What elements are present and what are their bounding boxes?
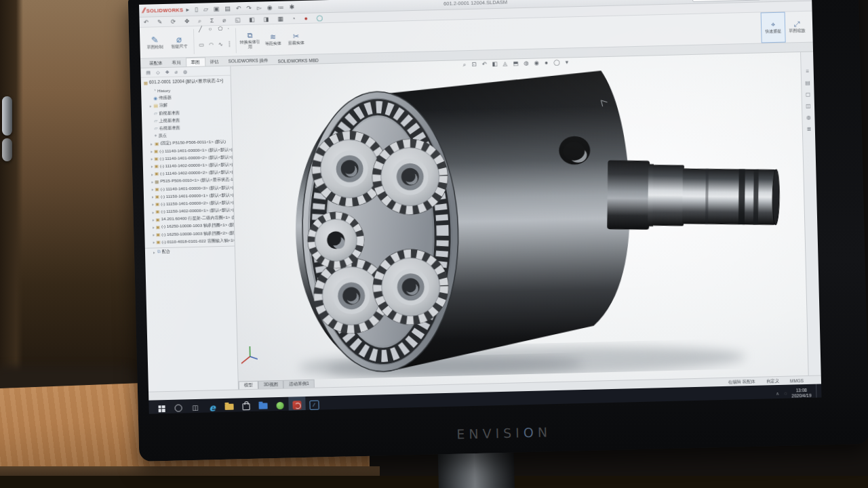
redo-icon[interactable]: ↷	[246, 5, 252, 11]
expander-icon[interactable]: ▸	[151, 165, 153, 169]
taskbar-work-folder-icon[interactable]	[254, 397, 272, 413]
taskbar-cortana-search-icon[interactable]	[170, 399, 187, 413]
taskbar-task-view-icon[interactable]: ◫	[186, 399, 204, 414]
file-properties-icon[interactable]: ≔	[278, 4, 284, 10]
rotate-view-icon[interactable]: ⟳	[171, 18, 176, 24]
taskbar-start-icon[interactable]	[153, 400, 170, 414]
taskbar-green-app-icon[interactable]	[271, 397, 289, 414]
file-explorer-icon[interactable]: ▢	[806, 92, 811, 98]
undo-icon[interactable]: ↶	[236, 5, 241, 12]
expander-icon[interactable]: ▸	[152, 187, 154, 191]
expander-icon[interactable]: ▸	[153, 233, 155, 237]
graphics-viewport[interactable]: ⌕⊡↶◧◬⬒◍◉●◯▾	[231, 52, 808, 389]
line-tool-icon[interactable]: ╱	[199, 26, 204, 41]
expander-icon[interactable]: ▸	[150, 104, 153, 108]
ribbon-tab[interactable]: 草图	[185, 58, 205, 67]
expander-icon[interactable]: ▸	[152, 210, 154, 214]
tray-chevron-icon[interactable]: ∧	[776, 390, 779, 396]
expander-icon[interactable]: ▸	[153, 225, 155, 229]
circle-tool-icon[interactable]: ○	[208, 26, 214, 41]
zoom-fit-icon[interactable]: ⌕	[463, 62, 467, 68]
dynamic-annotation-icon[interactable]: ◬	[503, 61, 508, 67]
zoom-icon[interactable]: ⌕	[198, 18, 201, 24]
ribbon-tab[interactable]: SOLIDWORKS 插件	[223, 56, 273, 66]
propertymanager-tab-icon[interactable]: ◇	[156, 70, 160, 75]
taskbar-clock[interactable]: 13:08 2020/4/19	[791, 387, 811, 399]
ribbon-tab[interactable]: 布局	[167, 58, 186, 67]
command-big-button[interactable]: ⌀智能尺寸	[167, 26, 192, 58]
sketch-icon[interactable]: ✎	[157, 19, 162, 25]
undo-icon[interactable]: ↶	[144, 19, 149, 25]
print-icon[interactable]: ▤	[224, 5, 231, 12]
taskbar-edge-icon[interactable]: e	[203, 399, 221, 414]
zoom-area-icon[interactable]: ⊡	[471, 62, 476, 68]
expander-icon[interactable]: ▸	[152, 203, 154, 207]
gearbox-3d-model[interactable]	[231, 52, 808, 381]
options-icon[interactable]: ✱	[290, 4, 295, 10]
taskbar-code-app-icon[interactable]: /	[305, 396, 323, 413]
equations-icon[interactable]: Σ	[210, 18, 214, 24]
assembly-visualization-icon[interactable]: ▦	[277, 16, 283, 22]
taskbar-store-icon[interactable]	[237, 398, 255, 414]
point-tool-icon[interactable]: ·	[227, 26, 231, 41]
custom-properties-icon[interactable]: ≣	[806, 126, 811, 132]
taskbar-solidworks-icon[interactable]	[288, 396, 306, 414]
interference-detection-icon[interactable]: ◨	[263, 16, 269, 22]
rectangle-tool-icon[interactable]: ▭	[199, 42, 204, 57]
expander-icon[interactable]: ▸	[151, 150, 153, 154]
select-icon[interactable]: ▻	[257, 5, 262, 11]
polygon-tool-icon[interactable]: ⬠	[218, 26, 222, 41]
ribbon-tab[interactable]: 装配体	[144, 59, 167, 68]
expander-icon[interactable]: ▸	[153, 250, 156, 254]
dimxpertmanager-tab-icon[interactable]: ⌀	[175, 69, 178, 75]
section-view-icon[interactable]: ◧	[249, 16, 254, 22]
command-right-button[interactable]: ⤢草图缩放	[785, 12, 809, 43]
new-document-icon[interactable]: ▯	[195, 6, 198, 12]
document-tab[interactable]: 模型	[239, 381, 258, 390]
ribbon-tab[interactable]: 评估	[205, 58, 223, 66]
command-labeled-button[interactable]: ⧉转换实体引用	[238, 24, 262, 56]
hide-show-icon[interactable]: ◔	[292, 16, 295, 22]
featuremanager-tree-tab-icon[interactable]: ▤	[146, 70, 151, 75]
section-view-icon[interactable]: ◧	[492, 61, 498, 67]
design-library-icon[interactable]: ▤	[805, 80, 810, 86]
centerline-tool-icon[interactable]: ┆	[228, 41, 231, 56]
command-labeled-button[interactable]: ✂剪裁实体	[284, 24, 308, 55]
view-settings-icon[interactable]: ▾	[566, 59, 568, 65]
command-search-input[interactable]: ⌕ 搜索命令	[692, 0, 760, 1]
command-big-button[interactable]: ✎草图绘制	[142, 27, 167, 58]
open-icon[interactable]: ▱	[203, 6, 208, 12]
expander-icon[interactable]: ▸	[153, 241, 155, 245]
edit-appearance-icon[interactable]: ●	[545, 60, 548, 66]
solidworks-resources-icon[interactable]: ≡	[806, 68, 809, 75]
edit-appearance-icon[interactable]: ●	[304, 16, 307, 22]
expander-icon[interactable]: ▸	[151, 142, 153, 146]
mass-properties-icon[interactable]: ◱	[235, 17, 240, 23]
show-desktop-button[interactable]	[816, 384, 820, 401]
expander-icon[interactable]: ▸	[152, 195, 154, 199]
document-tab[interactable]: 3D视图	[258, 380, 284, 389]
displaymanager-tab-icon[interactable]: ◍	[183, 69, 187, 75]
flyout-arrow-icon[interactable]: ▸	[186, 7, 189, 13]
hide-show-items-icon[interactable]: ◉	[534, 60, 540, 66]
expander-icon[interactable]: ▸	[151, 180, 153, 184]
pan-icon[interactable]: ✥	[184, 18, 189, 24]
measure-icon[interactable]: ⌀	[222, 17, 226, 23]
arc-tool-icon[interactable]: ◠	[209, 41, 214, 56]
configurationmanager-tab-icon[interactable]: ❖	[165, 69, 169, 75]
spline-tool-icon[interactable]: ∿	[218, 41, 223, 56]
display-style-icon[interactable]: ◍	[524, 60, 529, 66]
view-palette-icon[interactable]: ◫	[806, 103, 811, 109]
expander-icon[interactable]: ▸	[151, 157, 153, 161]
appearances-scenes-icon[interactable]: ◍	[806, 115, 811, 121]
previous-view-icon[interactable]: ↶	[481, 61, 486, 67]
expander-icon[interactable]: ▸	[151, 172, 153, 176]
expander-icon[interactable]: ▸	[153, 218, 155, 222]
command-labeled-button[interactable]: ≋等距实体	[261, 24, 285, 56]
command-right-button[interactable]: ⌖快速捕捉	[761, 12, 786, 43]
taskbar-file-explorer-icon[interactable]	[220, 398, 238, 413]
view-orientation-icon[interactable]: ⬒	[513, 60, 518, 66]
document-tab[interactable]: 运动算例1	[283, 380, 315, 388]
apply-scene-icon[interactable]: ◯	[317, 15, 323, 21]
tree-item[interactable]: ▸⧉配合	[145, 245, 235, 256]
